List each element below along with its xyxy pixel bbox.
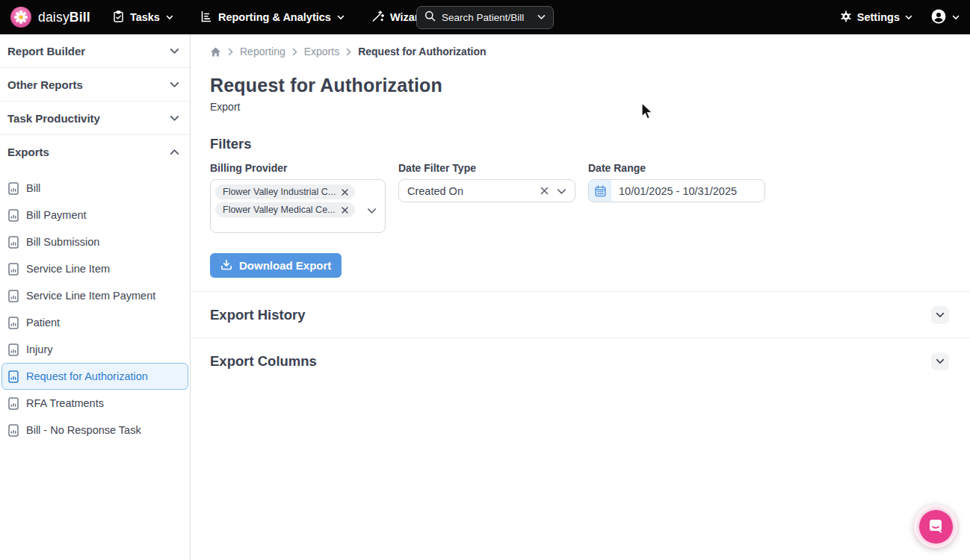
user-icon [930,8,947,27]
chat-bubble-icon [919,510,953,544]
chevron-right-icon [228,48,233,56]
close-icon[interactable] [342,207,348,214]
top-navigation-bar: daisyBill Tasks Reporting & Analytics [0,0,970,34]
export-columns-toggle[interactable] [931,352,949,370]
brand-name: daisyBill [38,10,90,25]
chevron-up-icon [170,149,179,155]
sidebar-section-other-reports[interactable]: Other Reports [0,68,190,102]
doc-chart-icon [8,343,19,356]
doc-chart-icon [8,236,19,249]
billing-provider-multiselect[interactable]: Flower Valley Industrial C... Flower Val… [210,179,386,233]
doc-chart-icon [8,317,19,329]
filters-heading: Filters [191,113,970,152]
date-range-label: Date Range [588,162,765,174]
sidebar: Report Builder Other Reports Task Produc… [0,34,191,560]
clear-icon[interactable] [540,184,549,198]
sidebar-item-rfa-treatments[interactable]: RFA Treatments [1,390,188,417]
date-filter-type-select[interactable]: Created On [398,179,575,202]
export-history-title: Export History [210,307,305,323]
sidebar-item-label: Service Line Item [26,263,110,275]
nav-menu-label: Reporting & Analytics [218,11,331,23]
nav-menu-reporting-analytics[interactable]: Reporting & Analytics [200,10,345,25]
wand-icon [371,10,384,25]
section-label: Task Productivity [7,112,100,125]
export-history-toggle[interactable] [931,306,949,324]
date-range-input[interactable]: 10/01/2025 - 10/31/2025 [588,179,765,202]
chevron-down-icon[interactable] [367,204,377,217]
settings-label: Settings [857,11,900,23]
download-export-label: Download Export [239,259,331,272]
download-export-button[interactable]: Download Export [210,253,342,278]
sidebar-item-label: Injury [26,343,52,355]
sidebar-item-label: RFA Treatments [26,397,104,409]
sidebar-item-request-for-authorization[interactable]: Request for Authorization [1,363,188,390]
search-patient-bill[interactable]: Search Patient/Bill [416,6,554,29]
sidebar-item-label: Bill Submission [26,236,99,248]
exports-list: Bill Bill Payment Bill Submission Servic… [0,169,190,444]
chevron-down-icon[interactable] [557,184,566,198]
chevron-down-icon [936,358,945,364]
page-subtitle: Export [210,101,970,113]
nav-menu-label: Tasks [130,11,160,23]
chevron-down-icon [537,14,546,20]
sidebar-item-patient[interactable]: Patient [1,309,188,336]
sidebar-item-bill[interactable]: Bill [1,175,188,202]
sidebar-item-bill-payment[interactable]: Bill Payment [1,202,188,228]
clipboard-icon [113,10,124,25]
search-icon [424,10,436,24]
nav-settings[interactable]: Settings [840,10,912,25]
page-title: Request for Authorization [210,75,970,96]
sidebar-item-bill-submission[interactable]: Bill Submission [1,228,188,255]
nav-menu-tasks[interactable]: Tasks [113,10,173,25]
daisybill-logo[interactable]: daisyBill [10,7,90,28]
sidebar-item-label: Bill [26,182,40,194]
sidebar-item-label: Patient [26,317,60,329]
doc-chart-icon [8,424,19,437]
chart-icon [200,10,212,25]
chevron-right-icon [346,48,351,56]
home-icon[interactable] [210,46,221,57]
chip-label: Flower Valley Industrial C... [223,187,336,197]
sidebar-item-service-line-item-payment[interactable]: Service Line Item Payment [1,282,188,309]
date-filter-type-label: Date Filter Type [398,162,575,174]
section-label: Report Builder [7,45,85,57]
section-label: Other Reports [7,78,83,91]
gear-icon [840,10,852,25]
main-content: Reporting Exports Request for Authorizat… [191,34,970,560]
billing-provider-chip: Flower Valley Industrial C... [215,184,355,199]
chevron-down-icon [905,15,912,20]
export-history-section: Export History [191,291,970,337]
nav-account[interactable] [930,8,960,27]
chevron-right-icon [292,48,297,56]
download-icon [220,259,232,273]
billing-provider-chip: Flower Valley Medical Ce... [215,202,355,217]
search-label: Search Patient/Bill [442,12,524,23]
date-filter-type-value: Created On [407,185,540,197]
sidebar-item-service-line-item[interactable]: Service Line Item [1,255,188,282]
breadcrumb-link-reporting[interactable]: Reporting [240,46,285,57]
chevron-down-icon [166,15,173,20]
sidebar-item-label: Bill - No Response Task [26,424,141,436]
chevron-down-icon [936,312,945,318]
sidebar-section-exports[interactable]: Exports [0,135,190,169]
close-icon[interactable] [342,189,348,196]
doc-chart-icon [8,182,19,195]
chip-label: Flower Valley Medical Ce... [223,205,336,215]
export-columns-title: Export Columns [210,353,317,370]
billing-provider-label: Billing Provider [210,162,386,174]
calendar-icon [589,180,611,202]
breadcrumb-link-exports[interactable]: Exports [304,46,339,57]
sidebar-section-report-builder[interactable]: Report Builder [0,34,190,68]
sidebar-item-bill-no-response-task[interactable]: Bill - No Response Task [1,417,188,444]
doc-chart-icon [8,290,19,302]
chevron-down-icon [952,15,960,20]
chat-launcher[interactable] [914,505,957,548]
doc-chart-icon [8,370,19,383]
sidebar-item-injury[interactable]: Injury [1,336,188,363]
export-columns-section: Export Columns [191,337,970,384]
breadcrumb-current: Request for Authorization [358,46,486,57]
doc-chart-icon [8,263,19,276]
chevron-down-icon [170,115,179,122]
sidebar-section-task-productivity[interactable]: Task Productivity [0,102,190,135]
doc-chart-icon [8,397,19,410]
